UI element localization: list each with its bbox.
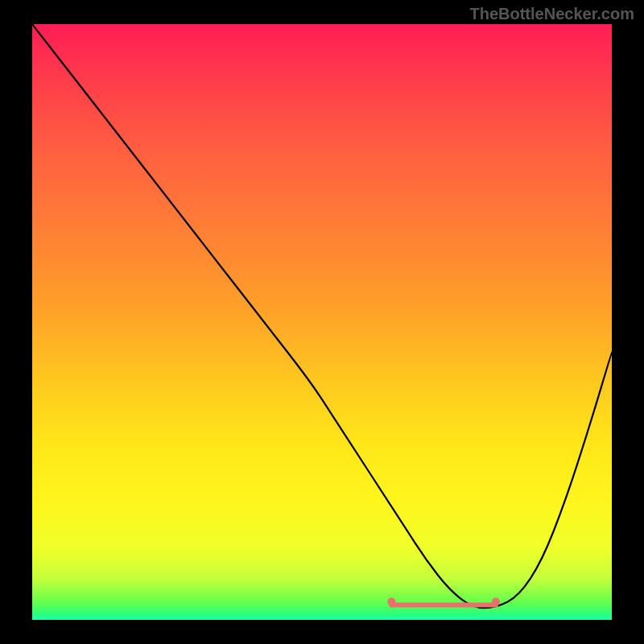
optimal-range-end-dot <box>492 598 500 606</box>
bottleneck-curve <box>32 24 612 608</box>
optimal-range-start-dot <box>387 598 395 606</box>
watermark-text: TheBottleNecker.com <box>469 5 634 23</box>
chart-plot <box>32 24 612 620</box>
chart-svg <box>32 24 612 620</box>
